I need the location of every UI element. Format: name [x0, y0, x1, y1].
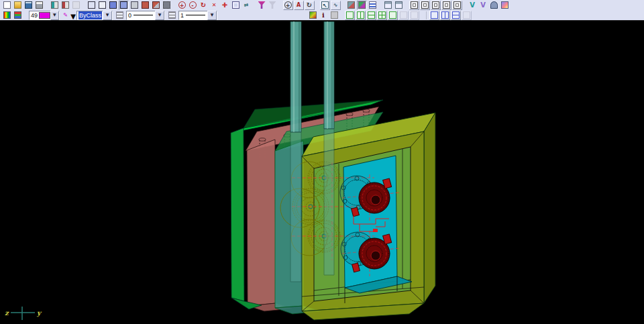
lay-g-icon: [346, 11, 354, 19]
mixed-shaded-view-button[interactable]: [151, 1, 161, 10]
render-settings-button[interactable]: [500, 1, 510, 10]
toolbar-group-pick: +A↻: [282, 1, 315, 10]
layer-combo-dropdown[interactable]: ▼: [50, 11, 59, 20]
new-file-button[interactable]: [2, 1, 12, 10]
curve-arrow-icon: ∿: [332, 1, 339, 9]
shell-button[interactable]: [489, 1, 499, 10]
pick-locate-button[interactable]: A: [294, 1, 304, 10]
list-view-button[interactable]: [368, 1, 378, 10]
info-button[interactable]: i: [319, 11, 329, 20]
view-preset-3-button[interactable]: [431, 1, 441, 10]
open-file-button[interactable]: [13, 1, 23, 10]
plot-grey-icon: [72, 1, 80, 9]
toolbar-group-file: [1, 1, 44, 10]
view-preset-4-button[interactable]: [441, 1, 451, 10]
zoom-out-button[interactable]: -: [188, 1, 198, 10]
toolbar-group-view-presets: [409, 1, 462, 10]
color-bands-button[interactable]: [13, 11, 23, 20]
shaded-edges-view-button[interactable]: [119, 1, 129, 10]
linetype-icon: [116, 11, 123, 19]
wireframe-view-button[interactable]: [87, 1, 97, 10]
cascade-window-button[interactable]: [394, 1, 404, 10]
overlap-layers-button[interactable]: [346, 1, 356, 10]
layout-quad-button[interactable]: [377, 11, 387, 20]
box-red-icon: [142, 1, 149, 9]
view-preset-1-button[interactable]: [409, 1, 419, 10]
draft-analysis-button[interactable]: V: [478, 1, 488, 10]
grid-chip-button[interactable]: [329, 11, 339, 20]
curvature-analysis-button[interactable]: V: [468, 1, 478, 10]
toolbar-group-filter: [256, 1, 278, 10]
view-preset-5-button[interactable]: [452, 1, 462, 10]
viewport-icon: [421, 1, 429, 9]
red-shaded-view-button[interactable]: [140, 1, 150, 10]
zoom-previous-button[interactable]: ↻: [199, 1, 209, 10]
print-button[interactable]: [34, 1, 44, 10]
bands-icon: [14, 11, 21, 19]
mold-scene[interactable]: z y: [0, 21, 644, 324]
lay-b-icon: [431, 11, 438, 19]
toolbar-group-blue-layouts: [429, 11, 472, 20]
axis-label-z: z: [5, 309, 9, 317]
lay-g-icon: [411, 11, 418, 19]
verify-chip-button[interactable]: [308, 11, 318, 20]
transparent-view-button[interactable]: [129, 1, 140, 10]
linetype-combo[interactable]: ByClass ▼: [76, 11, 113, 20]
shaded-view-button[interactable]: [108, 1, 118, 10]
lineweight-button[interactable]: [167, 11, 177, 20]
pane-hsplit-button[interactable]: [451, 11, 461, 20]
box-blue2-icon: [120, 1, 127, 9]
win-arrow-icon: ↖: [321, 1, 329, 9]
pick-zoom-button[interactable]: +: [283, 1, 293, 10]
page-icon: [3, 1, 11, 9]
zoom-window-button[interactable]: ✕: [209, 1, 219, 10]
filter-button[interactable]: [257, 1, 267, 10]
pen-color-button[interactable]: ✎ ▼: [62, 11, 75, 20]
filter-off-button: [268, 1, 278, 10]
pane-single-button[interactable]: [429, 11, 439, 20]
toolbar-group-green-layouts: [344, 11, 419, 20]
active-layer-button[interactable]: [357, 1, 367, 10]
plot-disabled-button: [71, 1, 81, 10]
toolbar-group-mini-windows: [382, 1, 404, 10]
lineweight-combo-dropdown[interactable]: ▼: [207, 11, 217, 20]
drag-curve-button[interactable]: ∿: [331, 1, 341, 10]
view-flip-button[interactable]: ⇄: [241, 1, 252, 10]
linestyle-combo-dropdown[interactable]: ▼: [155, 11, 164, 20]
hidden-line-view-button[interactable]: [97, 1, 107, 10]
lineweight-combo[interactable]: 1 ▼: [178, 11, 217, 20]
save-button[interactable]: [23, 1, 34, 10]
zoom-in-button[interactable]: +: [177, 1, 187, 10]
move-cross-icon: ✚: [221, 1, 229, 9]
zoom-a-icon: A: [295, 1, 303, 9]
vee-teal-icon: V: [469, 1, 476, 9]
gradient-icon: [3, 11, 11, 19]
toolbar-group-analysis: VV: [467, 1, 510, 10]
color-gradient-button[interactable]: [2, 11, 12, 20]
layout-vsplit-button[interactable]: [356, 11, 366, 20]
layout-single-button[interactable]: [345, 11, 355, 20]
zoom-screen-button[interactable]: [231, 1, 241, 10]
box-grey-icon: [131, 1, 138, 9]
lay-g-icon: [378, 11, 386, 19]
pane-vsplit-button[interactable]: [440, 11, 450, 20]
linestyle-sample: [133, 15, 153, 15]
graphics-viewport[interactable]: z y: [0, 21, 644, 324]
orbit-button[interactable]: ↻: [305, 1, 315, 10]
dotted-view-button[interactable]: [162, 1, 172, 10]
linetype-button[interactable]: [115, 11, 125, 20]
plot-render-button[interactable]: [60, 1, 70, 10]
layout-hsplit-button[interactable]: [366, 11, 376, 20]
plot-shaded-button[interactable]: [50, 1, 60, 10]
tile-window-button[interactable]: [383, 1, 393, 10]
layer-combo[interactable]: 49 ▼: [29, 11, 60, 20]
view-preset-2-button[interactable]: [420, 1, 430, 10]
window-select-button[interactable]: ↖: [320, 1, 330, 10]
mini-win-icon: [395, 1, 402, 9]
zoom-fit-button[interactable]: ✚: [220, 1, 230, 10]
printer-icon: [36, 1, 43, 9]
pen-dropdown[interactable]: ▼: [69, 11, 74, 19]
linetype-combo-dropdown[interactable]: ▼: [103, 11, 112, 20]
linestyle-combo[interactable]: 0 ▼: [126, 11, 165, 20]
layout-wide-button[interactable]: [388, 11, 398, 20]
